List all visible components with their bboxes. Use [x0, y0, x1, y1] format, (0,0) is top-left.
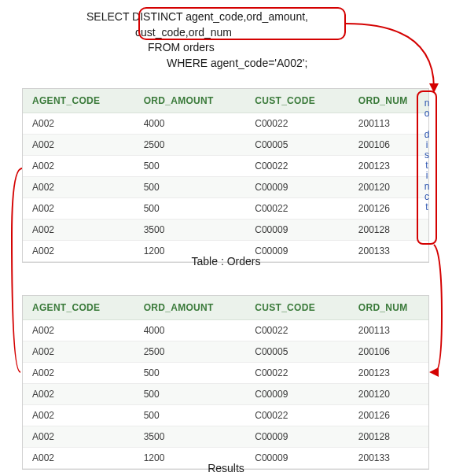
- cell-ord-amount: 3500: [134, 426, 246, 448]
- cell-cust-code: C00022: [245, 198, 349, 220]
- column-header-ord-num: ORD_NUM: [349, 296, 428, 320]
- table-row: A002 4000 C00022 200113: [23, 320, 428, 341]
- sql-distinct-fields-line1: DISTINCT agent_code,ord_amount,: [132, 10, 308, 23]
- column-header-ord-amount: ORD_AMOUNT: [134, 296, 246, 320]
- cell-agent-code: A002: [23, 320, 134, 341]
- table-row: A002 3500 C00009 200128: [23, 426, 428, 448]
- column-header-agent-code: AGENT_CODE: [23, 89, 134, 113]
- arrow-distinct-to-table: [346, 24, 434, 88]
- cell-cust-code: C00022: [245, 363, 349, 384]
- arrow-orders-to-results-left: [12, 168, 22, 372]
- cell-ord-num: 200106: [349, 341, 428, 363]
- cell-ord-amount: 500: [134, 384, 246, 405]
- cell-ord-amount: 500: [134, 363, 246, 384]
- table-row: A002 2500 C00005 200106: [23, 135, 428, 156]
- results-table-caption: Results: [0, 462, 452, 474]
- cell-ord-amount: 500: [134, 156, 246, 177]
- cell-agent-code: A002: [23, 220, 134, 241]
- cell-agent-code: A002: [23, 135, 134, 156]
- cell-ord-num: 200113: [349, 320, 428, 341]
- cell-agent-code: A002: [23, 363, 134, 384]
- cell-cust-code: C00009: [245, 220, 349, 241]
- cell-ord-num: 200120: [349, 384, 428, 405]
- sql-from-clause: FROM orders: [148, 40, 308, 56]
- cell-ord-num: 200126: [349, 405, 428, 426]
- table-row: A002 3500 C00009 200128: [23, 220, 428, 241]
- cell-ord-num: 200123: [349, 363, 428, 384]
- table-row: A002 500 C00009 200120: [23, 384, 428, 405]
- table-row: A002 2500 C00005 200106: [23, 341, 428, 363]
- cell-cust-code: C00009: [245, 177, 349, 198]
- cell-cust-code: C00009: [245, 426, 349, 448]
- cell-agent-code: A002: [23, 177, 134, 198]
- cell-ord-amount: 500: [134, 177, 246, 198]
- cell-cust-code: C00005: [245, 135, 349, 156]
- column-header-agent-code: AGENT_CODE: [23, 296, 134, 320]
- orders-table: AGENT_CODE ORD_AMOUNT CUST_CODE ORD_NUM …: [22, 88, 429, 263]
- cell-cust-code: C00022: [245, 113, 349, 135]
- cell-cust-code: C00005: [245, 341, 349, 363]
- table-row: A002 500 C00022 200126: [23, 198, 428, 220]
- cell-cust-code: C00022: [245, 156, 349, 177]
- no-distinct-annotation-text: no distinct: [418, 98, 435, 212]
- sql-distinct-fields-line2: cust_code,ord_num: [135, 26, 232, 39]
- cell-ord-amount: 4000: [134, 320, 246, 341]
- cell-agent-code: A002: [23, 426, 134, 448]
- column-header-cust-code: CUST_CODE: [245, 296, 349, 320]
- arrow-head-icon: [429, 367, 439, 377]
- table-header-row: AGENT_CODE ORD_AMOUNT CUST_CODE ORD_NUM: [23, 296, 428, 320]
- sql-statement: SELECT DISTINCT agent_code,ord_amount, c…: [86, 9, 308, 71]
- cell-ord-amount: 500: [134, 405, 246, 426]
- table-row: A002 500 C00022 200123: [23, 156, 428, 177]
- column-header-ord-amount: ORD_AMOUNT: [134, 89, 246, 113]
- table-header-row: AGENT_CODE ORD_AMOUNT CUST_CODE ORD_NUM: [23, 89, 428, 113]
- cell-ord-amount: 500: [134, 198, 246, 220]
- cell-agent-code: A002: [23, 405, 134, 426]
- table-row: A002 500 C00022 200123: [23, 363, 428, 384]
- sql-where-clause: WHERE agent_code='A002';: [167, 56, 308, 72]
- table-row: A002 500 C00009 200120: [23, 177, 428, 198]
- cell-ord-num: 200128: [349, 426, 428, 448]
- cell-agent-code: A002: [23, 113, 134, 135]
- cell-cust-code: C00022: [245, 405, 349, 426]
- no-distinct-annotation-box: no distinct: [417, 90, 437, 245]
- cell-agent-code: A002: [23, 198, 134, 220]
- cell-agent-code: A002: [23, 384, 134, 405]
- cell-ord-amount: 2500: [134, 135, 246, 156]
- cell-agent-code: A002: [23, 341, 134, 363]
- results-table: AGENT_CODE ORD_AMOUNT CUST_CODE ORD_NUM …: [22, 295, 429, 470]
- orders-table-body: A002 4000 C00022 200113 A002 2500 C00005…: [23, 113, 428, 262]
- cell-ord-amount: 4000: [134, 113, 246, 135]
- cell-ord-amount: 3500: [134, 220, 246, 241]
- table-row: A002 4000 C00022 200113: [23, 113, 428, 135]
- results-table-body: A002 4000 C00022 200113 A002 2500 C00005…: [23, 320, 428, 469]
- cell-agent-code: A002: [23, 156, 134, 177]
- cell-ord-amount: 2500: [134, 341, 246, 363]
- cell-cust-code: C00022: [245, 320, 349, 341]
- column-header-cust-code: CUST_CODE: [245, 89, 349, 113]
- cell-cust-code: C00009: [245, 384, 349, 405]
- sql-select-keyword: SELECT: [86, 10, 129, 23]
- table-row: A002 500 C00022 200126: [23, 405, 428, 426]
- orders-table-caption: Table : Orders: [0, 255, 452, 268]
